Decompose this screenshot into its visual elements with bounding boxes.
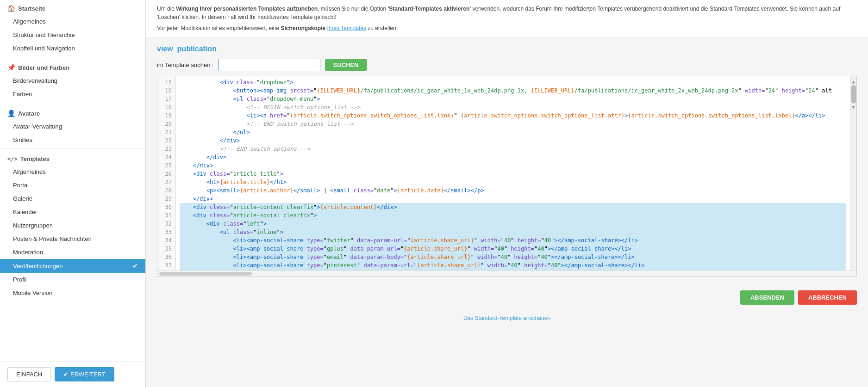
sidebar-section-startseite: 🏠 Startseite Allgemeines Struktur und Hi…	[0, 0, 145, 55]
code-line-20: <!-- END switch_options_list -->	[180, 120, 846, 128]
check-icon: ✔	[132, 262, 138, 270]
line-number-25: 25	[161, 161, 172, 170]
h-scroll-thumb[interactable]	[159, 272, 252, 276]
sidebar-section-header-bilder: 📌 Bilder und Farben	[0, 59, 145, 74]
sidebar-section-label-avatare: Avatare	[18, 110, 40, 117]
vertical-scrollbar[interactable]: ▲ ▼	[850, 76, 856, 270]
code-line-19: <li><a href="{article.switch_options.swi…	[180, 111, 846, 120]
sidebar-item-smilies[interactable]: Smilies	[0, 133, 145, 147]
sidebar-item-veroeffentlichungen[interactable]: Veröffentlichungen ✔	[0, 259, 145, 273]
code-editor: 1516171819202122232425262728293031323334…	[157, 76, 856, 270]
divider-2	[0, 103, 145, 103]
line-number-29: 29	[161, 195, 172, 203]
code-line-38: <li><amp-social-share type="whatsapp" wi…	[180, 270, 846, 270]
sidebar-item-bilderverwaltung[interactable]: Bilderverwaltung	[0, 74, 145, 87]
sidebar-section-avatare: 👤 Avatare Avatar-Verwaltung Smilies	[0, 105, 145, 147]
notice-link[interactable]: Ihres Templates	[327, 25, 367, 31]
sidebar-section-label-bilder: Bilder und Farben	[18, 64, 69, 71]
main-content: Um die Wirkung Ihrer personalisierten Te…	[146, 0, 868, 387]
line-number-24: 24	[161, 153, 172, 161]
code-line-33: <ul class="inline">	[180, 228, 846, 236]
search-input[interactable]	[219, 59, 320, 71]
line-number-22: 22	[161, 136, 172, 145]
sidebar-item-allgemeines2[interactable]: Allgemeines	[0, 165, 145, 178]
erweitert-button[interactable]: ✔ ERWEITERT	[55, 367, 114, 381]
code-editor-container: 1516171819202122232425262728293031323334…	[157, 76, 857, 276]
sidebar-item-struktur[interactable]: Struktur und Hierarchie	[0, 28, 145, 42]
sidebar-item-nutzergruppen[interactable]: Nutzergruppen	[0, 219, 145, 232]
line-number-27: 27	[161, 178, 172, 186]
line-number-23: 23	[161, 145, 172, 153]
code-line-25: </div>	[180, 161, 846, 170]
code-line-18: <!-- BEGIN switch_options_list -->	[180, 103, 846, 111]
sidebar-bottom-buttons: EINFACH ✔ ERWEITERT	[0, 361, 145, 387]
line-number-32: 32	[161, 220, 172, 228]
content-area: view_publication im Template suchen : SU…	[146, 37, 868, 284]
sidebar-item-allgemeines1[interactable]: Allgemeines	[0, 15, 145, 28]
einfach-button[interactable]: EINFACH	[7, 367, 51, 381]
template-title: view_publication	[157, 45, 857, 53]
code-line-37: <li><amp-social-share type="pinterest" d…	[180, 261, 846, 270]
notice-line1: Um die Wirkung Ihrer personalisierten Te…	[157, 5, 857, 21]
sidebar-item-mobile-version[interactable]: Mobile Version	[0, 286, 145, 300]
code-line-35: <li><amp-social-share type="gplus" data-…	[180, 245, 846, 253]
horizontal-scrollbar[interactable]	[157, 270, 856, 276]
sidebar-item-kopfteil[interactable]: Kopfteil und Navigation	[0, 42, 145, 55]
line-number-33: 33	[161, 228, 172, 236]
sidebar-item-moderation[interactable]: Moderation	[0, 246, 145, 259]
code-line-34: <li><amp-social-share type="twitter" dat…	[180, 236, 846, 245]
sidebar-item-galerie[interactable]: Galerie	[0, 192, 145, 205]
line-number-20: 20	[161, 120, 172, 128]
sidebar-item-profil[interactable]: Profil	[0, 273, 145, 286]
code-line-27: <h1>{article.title}</h1>	[180, 178, 846, 186]
code-line-30: <div class="article-content clearfix">{a…	[180, 203, 846, 211]
line-numbers: 1516171819202122232425262728293031323334…	[157, 76, 176, 270]
sidebar-section-header-templates: </> Templates	[0, 151, 145, 165]
sidebar-section-label-startseite: Startseite	[18, 5, 45, 12]
scroll-down-arrow[interactable]: ▼	[851, 104, 856, 111]
code-line-36: <li><amp-social-share type="email" data-…	[180, 253, 846, 261]
home-icon: 🏠	[7, 5, 15, 12]
action-buttons: ABSENDEN ABBRECHEN	[146, 284, 868, 311]
line-number-17: 17	[161, 95, 172, 103]
sidebar-section-templates: </> Templates Allgemeines Portal Galerie…	[0, 151, 145, 300]
sidebar-item-posten[interactable]: Posten & Private Nachrichten	[0, 232, 145, 246]
suchen-button[interactable]: SUCHEN	[325, 59, 367, 71]
scroll-thumb[interactable]	[851, 85, 856, 104]
code-line-26: <div class="article-title">	[180, 170, 846, 178]
sidebar-section-label-templates: Templates	[20, 155, 50, 162]
line-number-31: 31	[161, 211, 172, 220]
search-label: im Template suchen :	[157, 61, 214, 68]
code-line-29: </div>	[180, 195, 846, 203]
sidebar-item-kalender[interactable]: Kalender	[0, 205, 145, 219]
absenden-button[interactable]: ABSENDEN	[740, 290, 794, 305]
line-number-28: 28	[161, 186, 172, 195]
avatar-icon: 👤	[7, 110, 15, 117]
top-notice: Um die Wirkung Ihrer personalisierten Te…	[146, 0, 868, 37]
abbrechen-button[interactable]: ABBRECHEN	[798, 290, 857, 305]
sidebar-item-farben[interactable]: Farben	[0, 87, 145, 101]
sidebar: 🏠 Startseite Allgemeines Struktur und Hi…	[0, 0, 146, 387]
line-number-15: 15	[161, 78, 172, 86]
line-number-18: 18	[161, 103, 172, 111]
line-number-26: 26	[161, 170, 172, 178]
sidebar-item-portal[interactable]: Portal	[0, 178, 145, 192]
divider-3	[0, 148, 145, 149]
image-icon: 📌	[7, 64, 15, 71]
code-line-32: <div class="left">	[180, 220, 846, 228]
line-number-34: 34	[161, 236, 172, 245]
sidebar-section-header-avatare: 👤 Avatare	[0, 105, 145, 120]
code-line-28: <p><small>{article.author}</small> | <sm…	[180, 186, 846, 195]
code-line-17: <ul class="dropdown-menu">	[180, 95, 846, 103]
sidebar-item-avatar-verwaltung[interactable]: Avatar-Verwaltung	[0, 120, 145, 133]
code-line-24: </div>	[180, 153, 846, 161]
code-content[interactable]: <div class="dropdown"> <button><amp-img …	[176, 76, 850, 270]
notice-line2: Vor jeder Modifikation ist es empfehlens…	[157, 24, 857, 32]
code-line-31: <div class="article-social clearfix">	[180, 211, 846, 220]
standard-template-link[interactable]: Das Standard-Template anschauen	[146, 311, 868, 325]
line-number-30: 30	[161, 203, 172, 211]
template-icon: </>	[7, 156, 18, 162]
scroll-up-arrow[interactable]: ▲	[851, 78, 856, 85]
code-line-21: </ul>	[180, 128, 846, 136]
sidebar-section-header-startseite: 🏠 Startseite	[0, 0, 145, 15]
